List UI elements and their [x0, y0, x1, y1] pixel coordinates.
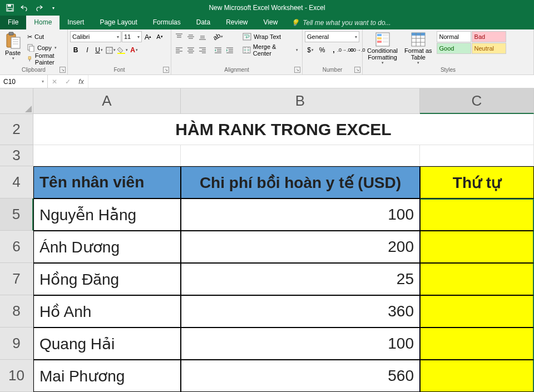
- row-header-4[interactable]: 4: [0, 166, 33, 199]
- formula-input[interactable]: [88, 75, 534, 88]
- cell-title[interactable]: HÀM RANK TRONG EXCEL: [33, 114, 534, 145]
- column-header-a[interactable]: A: [33, 88, 181, 114]
- group-number: General▾ $▾ % , .0→.00 .00→.0 Number ↘: [303, 29, 363, 75]
- bold-button[interactable]: B: [70, 44, 81, 56]
- font-dialog-launcher[interactable]: ↘: [163, 67, 169, 73]
- decrease-font-button[interactable]: A▾: [154, 31, 165, 42]
- conditional-formatting-button[interactable]: Conditional Formatting▾: [365, 31, 400, 66]
- orientation-button[interactable]: ab▾: [212, 31, 224, 42]
- align-bottom-button[interactable]: [197, 31, 208, 42]
- align-right-button[interactable]: [197, 44, 208, 56]
- cell-header-a[interactable]: Tên nhân viên: [33, 166, 181, 199]
- cell-b5[interactable]: 100: [181, 199, 420, 231]
- style-good[interactable]: Good: [437, 43, 471, 54]
- tab-formulas[interactable]: Formulas: [145, 16, 189, 29]
- cell-b8[interactable]: 360: [181, 295, 420, 328]
- cell-b6[interactable]: 200: [181, 231, 420, 263]
- cell-a6[interactable]: Ánh Dương: [33, 231, 181, 263]
- cell-b10[interactable]: 560: [181, 360, 420, 392]
- undo-icon[interactable]: [18, 1, 31, 14]
- cell-b7[interactable]: 25: [181, 263, 420, 295]
- increase-font-button[interactable]: A▴: [142, 31, 154, 42]
- cell-c9[interactable]: [420, 328, 534, 360]
- cell-a5[interactable]: Nguyễn Hằng: [33, 199, 181, 231]
- fill-color-button[interactable]: ▾: [117, 44, 128, 56]
- enter-formula-button[interactable]: ✓: [61, 78, 75, 86]
- cell-b9[interactable]: 100: [181, 328, 420, 360]
- align-center-button[interactable]: [185, 44, 196, 56]
- align-left-button[interactable]: [174, 44, 185, 56]
- row-header-7[interactable]: 7: [0, 263, 33, 295]
- cell-a7[interactable]: Hồng Đăng: [33, 263, 181, 295]
- column-header-b[interactable]: B: [181, 88, 420, 114]
- decrease-indent-button[interactable]: [212, 44, 224, 56]
- cell-a3[interactable]: [33, 145, 181, 166]
- row-header-2[interactable]: 2: [0, 114, 33, 145]
- align-top-button[interactable]: [174, 31, 185, 42]
- row-header-10[interactable]: 10: [0, 360, 33, 392]
- cell-a10[interactable]: Mai Phương: [33, 360, 181, 392]
- format-as-table-button[interactable]: Format as Table▾: [402, 31, 434, 66]
- row-header-3[interactable]: 3: [0, 145, 33, 166]
- tell-me-search[interactable]: 💡 Tell me what you want to do...: [285, 16, 396, 29]
- increase-indent-button[interactable]: [224, 44, 235, 56]
- cell-c3[interactable]: [420, 145, 534, 166]
- tab-view[interactable]: View: [256, 16, 286, 29]
- accounting-format-button[interactable]: $▾: [305, 44, 316, 56]
- cell-c6[interactable]: [420, 231, 534, 263]
- decrease-decimal-button[interactable]: .00→.0: [352, 44, 363, 56]
- wrap-text-button[interactable]: Wrap Text: [241, 31, 300, 42]
- font-color-button[interactable]: A▾: [128, 44, 140, 56]
- select-all-corner[interactable]: [0, 88, 33, 114]
- cut-button[interactable]: ✂Cut: [26, 31, 65, 42]
- row-header-5[interactable]: 5: [0, 199, 33, 231]
- number-dialog-launcher[interactable]: ↘: [354, 67, 360, 73]
- cancel-formula-button[interactable]: ✕: [48, 78, 61, 86]
- tab-home[interactable]: Home: [26, 16, 60, 29]
- chevron-down-icon: ▾: [113, 48, 116, 52]
- cell-a9[interactable]: Quang Hải: [33, 328, 181, 360]
- cell-header-b[interactable]: Chi phí bồi hoàn y tế (USD): [181, 166, 420, 199]
- alignment-dialog-launcher[interactable]: ↘: [294, 67, 300, 73]
- cell-c5[interactable]: [420, 199, 534, 231]
- style-neutral[interactable]: Neutral: [472, 43, 506, 54]
- tab-review[interactable]: Review: [218, 16, 255, 29]
- row-header-6[interactable]: 6: [0, 231, 33, 263]
- number-format-combo[interactable]: General▾: [305, 31, 359, 42]
- tab-data[interactable]: Data: [189, 16, 218, 29]
- font-size-combo[interactable]: 11▾: [122, 31, 142, 42]
- copy-button[interactable]: Copy▾: [26, 42, 65, 53]
- save-icon[interactable]: [3, 1, 17, 14]
- cell-b3[interactable]: [181, 145, 420, 166]
- tab-insert[interactable]: Insert: [60, 16, 92, 29]
- percent-format-button[interactable]: %: [317, 44, 328, 56]
- chevron-down-icon: ▾: [101, 48, 103, 52]
- column-header-c[interactable]: C: [420, 88, 534, 114]
- group-font: Calibri▾ 11▾ A▴ A▾ B I U▾ ▾ ▾ A▾ Font ↘: [68, 29, 171, 75]
- cell-c7[interactable]: [420, 263, 534, 295]
- font-name-combo[interactable]: Calibri▾: [70, 31, 121, 42]
- row-header-9[interactable]: 9: [0, 328, 33, 360]
- row-header-8[interactable]: 8: [0, 295, 33, 328]
- qat-customize-icon[interactable]: ▾: [47, 1, 60, 14]
- border-button[interactable]: ▾: [105, 44, 116, 56]
- italic-button[interactable]: I: [82, 44, 93, 56]
- tab-page-layout[interactable]: Page Layout: [92, 16, 145, 29]
- tab-file[interactable]: File: [0, 16, 26, 29]
- underline-button[interactable]: U▾: [93, 44, 105, 56]
- cell-a8[interactable]: Hồ Anh: [33, 295, 181, 328]
- merge-center-button[interactable]: Merge & Center▾: [241, 44, 300, 56]
- cell-c8[interactable]: [420, 295, 534, 328]
- align-middle-button[interactable]: [185, 31, 196, 42]
- cell-header-c[interactable]: Thứ tự: [420, 166, 534, 199]
- redo-icon[interactable]: [32, 1, 46, 14]
- quick-access-toolbar: ▾: [0, 1, 60, 14]
- paste-button[interactable]: Paste ▾: [2, 31, 23, 61]
- cell-c10[interactable]: [420, 360, 534, 392]
- clipboard-dialog-launcher[interactable]: ↘: [60, 67, 66, 73]
- style-bad[interactable]: Bad: [472, 31, 506, 42]
- fx-button[interactable]: fx: [75, 78, 88, 86]
- name-box[interactable]: C10▾: [0, 75, 48, 88]
- format-painter-button[interactable]: Format Painter: [26, 53, 65, 64]
- style-normal[interactable]: Normal: [437, 31, 471, 42]
